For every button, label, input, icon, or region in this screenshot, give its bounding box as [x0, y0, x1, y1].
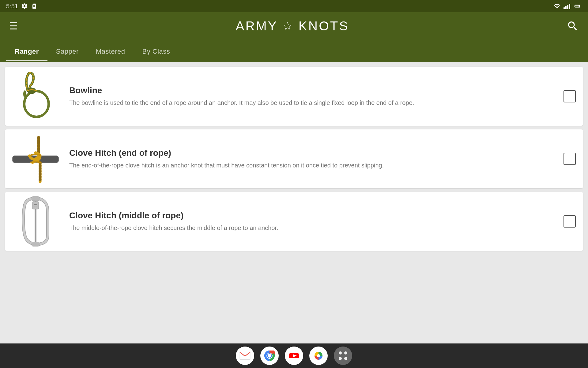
svg-rect-13 — [32, 201, 39, 209]
svg-point-4 — [27, 88, 36, 94]
gear-icon — [21, 3, 28, 10]
knot-image-clove-hitch-middle — [11, 197, 60, 246]
knot-checkbox-clove-hitch-end[interactable] — [564, 153, 576, 165]
search-button[interactable] — [567, 20, 579, 32]
content-area: Bowline The bowline is used to tie the e… — [0, 62, 588, 343]
tab-byclass[interactable]: By Class — [134, 48, 179, 61]
svg-point-30 — [344, 357, 347, 360]
knot-name-bowline: Bowline — [69, 86, 577, 95]
svg-point-21 — [268, 354, 271, 358]
tab-mastered[interactable]: Mastered — [87, 48, 134, 61]
knot-name-clove-hitch-end: Clove Hitch (end of rope) — [69, 148, 577, 158]
knot-image-bowline — [11, 72, 60, 121]
sim-icon — [31, 3, 37, 10]
knot-checkbox-clove-hitch-middle[interactable] — [564, 215, 576, 228]
wifi-icon — [553, 3, 561, 10]
bowline-illustration — [19, 72, 52, 121]
svg-point-26 — [317, 354, 320, 357]
star-icon: ☆ — [283, 20, 294, 33]
knot-info-clove-hitch-middle: Clove Hitch (middle of rope) The middle-… — [69, 211, 577, 232]
tab-ranger[interactable]: Ranger — [6, 48, 47, 61]
knot-desc-clove-hitch-middle: The middle-of-the-rope clove hitch secur… — [69, 224, 577, 232]
battery-icon — [573, 3, 582, 10]
taskbar-more-apps[interactable] — [334, 347, 352, 365]
title-left: ARMY — [236, 19, 277, 33]
svg-rect-11 — [32, 197, 39, 201]
status-bar: 5:51 — [0, 0, 588, 12]
knot-card-bowline[interactable]: Bowline The bowline is used to tie the e… — [5, 67, 583, 126]
app-bar: ☰ ARMY ☆ KNOTS — [0, 12, 588, 40]
knot-image-clove-hitch-end — [11, 134, 60, 183]
taskbar — [0, 343, 588, 368]
knot-desc-clove-hitch-end: The end-of-the-rope clove hitch is an an… — [69, 161, 577, 170]
knot-name-clove-hitch-middle: Clove Hitch (middle of rope) — [69, 211, 577, 220]
title-right: KNOTS — [299, 19, 349, 33]
carabiner-illustration — [20, 195, 51, 247]
taskbar-youtube[interactable] — [285, 347, 303, 365]
svg-point-29 — [339, 357, 342, 360]
knot-card-clove-hitch-middle[interactable]: Clove Hitch (middle of rope) The middle-… — [5, 192, 583, 251]
menu-button[interactable]: ☰ — [9, 20, 18, 32]
svg-rect-2 — [579, 6, 580, 7]
svg-point-3 — [24, 91, 49, 117]
svg-point-27 — [339, 351, 342, 355]
signal-bars — [564, 3, 570, 9]
knot-info-bowline: Bowline The bowline is used to tie the e… — [69, 86, 577, 107]
tab-bar: Ranger Sapper Mastered By Class — [0, 40, 588, 62]
knot-info-clove-hitch-end: Clove Hitch (end of rope) The end-of-the… — [69, 148, 577, 170]
app-title: ARMY ☆ KNOTS — [236, 19, 349, 33]
knot-desc-bowline: The bowline is used to tie the end of a … — [69, 98, 577, 107]
status-time: 5:51 — [6, 3, 18, 10]
clove-hitch-end-illustration — [11, 134, 60, 183]
svg-point-28 — [344, 351, 347, 355]
tab-sapper[interactable]: Sapper — [47, 48, 87, 61]
svg-rect-12 — [32, 242, 39, 246]
taskbar-chrome[interactable] — [260, 347, 279, 365]
taskbar-gmail[interactable] — [236, 347, 254, 365]
knot-checkbox-bowline[interactable] — [564, 90, 576, 102]
svg-rect-1 — [575, 6, 579, 7]
knot-card-clove-hitch-end[interactable]: Clove Hitch (end of rope) The end-of-the… — [5, 129, 583, 188]
taskbar-photos[interactable] — [309, 347, 328, 365]
